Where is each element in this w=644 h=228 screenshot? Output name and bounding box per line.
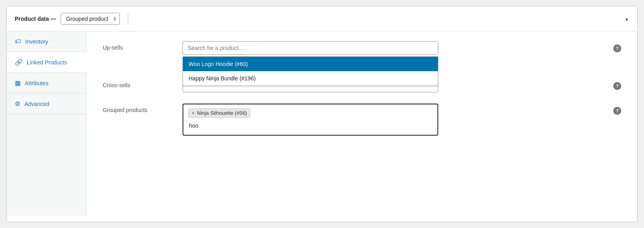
crosssells-help-icon[interactable]: ?	[613, 82, 621, 90]
tag-ninja-silhouette: × Ninja Silhouette (#56)	[188, 108, 250, 118]
product-data-body: 🏷 Inventory 🔗 Linked Products ▦ Attribut…	[7, 32, 637, 216]
upsells-row: Up-sells Woo Logo Hoodie (#60) Happy Nin…	[103, 41, 621, 55]
sidebar: 🏷 Inventory 🔗 Linked Products ▦ Attribut…	[7, 32, 87, 216]
collapse-icon[interactable]: ▲	[624, 16, 629, 22]
grouped-products-help-icon[interactable]: ?	[613, 107, 621, 115]
sidebar-item-advanced[interactable]: ⚙ Advanced	[7, 94, 86, 114]
sidebar-label-advanced: Advanced	[24, 101, 49, 107]
sidebar-item-linked-products[interactable]: 🔗 Linked Products	[7, 52, 86, 73]
grouped-products-row: Grouped products × Ninja Silhouette (#56…	[103, 104, 621, 136]
grouped-products-box[interactable]: × Ninja Silhouette (#56) hoo	[183, 104, 438, 136]
grouped-products-search-text: hoo	[188, 122, 433, 129]
main-content: Up-sells Woo Logo Hoodie (#60) Happy Nin…	[87, 32, 637, 216]
table-icon: ▦	[15, 79, 21, 87]
tag-icon: 🏷	[15, 38, 21, 45]
upsells-input-area: Woo Logo Hoodie (#60) Happy Ninja Bundle…	[183, 41, 609, 55]
crosssells-label: Cross-sells	[103, 79, 183, 88]
product-type-select[interactable]: Grouped product	[61, 13, 120, 25]
header-left: Product data — Grouped product	[15, 13, 128, 25]
sidebar-item-attributes[interactable]: ▦ Attributes	[7, 73, 86, 94]
gear-icon: ⚙	[15, 100, 20, 108]
sidebar-item-inventory[interactable]: 🏷 Inventory	[7, 32, 86, 52]
product-type-wrapper[interactable]: Grouped product	[61, 13, 120, 25]
upsells-label: Up-sells	[103, 41, 183, 51]
tag-text-ninja-silhouette: Ninja Silhouette (#56)	[197, 110, 247, 116]
tag-remove-ninja-silhouette[interactable]: ×	[192, 110, 195, 116]
upsells-help-icon[interactable]: ?	[613, 44, 621, 52]
header-dash: —	[50, 16, 56, 22]
upsells-search-input[interactable]	[183, 41, 438, 55]
header-divider	[128, 13, 128, 25]
sidebar-label-linked-products: Linked Products	[27, 59, 67, 66]
sidebar-label-inventory: Inventory	[25, 38, 48, 45]
link-icon: 🔗	[15, 58, 23, 66]
dropdown-item-woo-logo-hoodie[interactable]: Woo Logo Hoodie (#60)	[183, 57, 438, 71]
product-data-title: Product data	[15, 16, 49, 22]
grouped-products-input-area: × Ninja Silhouette (#56) hoo	[183, 104, 609, 136]
upsells-dropdown: Woo Logo Hoodie (#60) Happy Ninja Bundle…	[183, 56, 438, 86]
product-data-box: Product data — Grouped product ▲ 🏷 Inven…	[6, 6, 638, 222]
sidebar-label-attributes: Attributes	[25, 80, 48, 86]
product-data-header: Product data — Grouped product ▲	[7, 6, 637, 32]
product-data-label: Product data —	[15, 16, 56, 22]
grouped-products-label: Grouped products	[103, 104, 183, 113]
dropdown-item-happy-ninja-bundle[interactable]: Happy Ninja Bundle (#196)	[183, 71, 438, 86]
